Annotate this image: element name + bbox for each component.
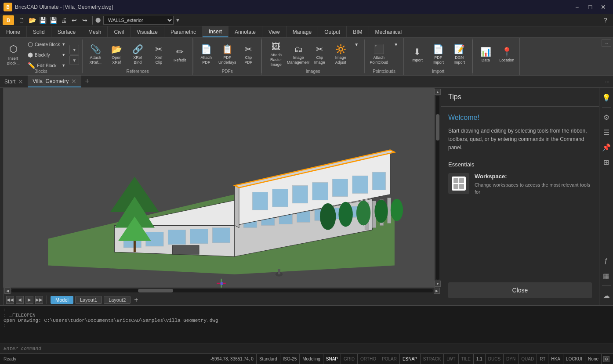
status-esnap[interactable]: ESNAP: [400, 354, 421, 364]
dgn-import-button[interactable]: 📝 DGNImport: [449, 40, 469, 69]
sidebar-function-icon[interactable]: ƒ: [600, 255, 613, 267]
image-management-button[interactable]: 🗂 ImageManagement: [288, 40, 308, 69]
tab-home[interactable]: Home: [0, 26, 27, 37]
tab-surface[interactable]: Surface: [51, 26, 82, 37]
viewport[interactable]: [4, 88, 435, 288]
layout-tab-layout2[interactable]: Layout2: [104, 296, 131, 304]
viewport-hscroll[interactable]: ◀ ▶: [4, 288, 441, 294]
layout-add-button[interactable]: +: [132, 296, 140, 304]
command-input[interactable]: [4, 346, 609, 351]
save-button[interactable]: 💾: [38, 15, 47, 25]
status-polar[interactable]: POLAR: [379, 354, 400, 364]
tab-civil[interactable]: Civil: [108, 26, 131, 37]
new-button[interactable]: 🗋: [17, 15, 26, 25]
tab-start-close[interactable]: ✕: [18, 79, 23, 85]
tab-overflow-button[interactable]: ···: [602, 76, 613, 87]
tips-close-button[interactable]: Close: [448, 282, 592, 298]
tab-villa-geometry[interactable]: Villa_Geometry ✕: [28, 76, 81, 87]
tab-solid[interactable]: Solid: [27, 26, 51, 37]
tab-villa-geometry-close[interactable]: ✕: [71, 78, 76, 84]
layer-dropdown-icon[interactable]: ▼: [175, 18, 180, 23]
status-rt[interactable]: RT: [537, 354, 548, 364]
pdf-import-button[interactable]: 📄 PDFImport: [428, 40, 448, 69]
edit-block-dropdown[interactable]: ▼: [62, 63, 65, 68]
hscroll-left[interactable]: ◀: [4, 288, 11, 294]
tab-start[interactable]: Start ✕: [0, 76, 28, 87]
status-ortho[interactable]: ORTHO: [358, 354, 379, 364]
sidebar-table-icon[interactable]: ▦: [600, 270, 613, 282]
blockify-dropdown[interactable]: ▼: [62, 53, 65, 57]
tab-mechanical[interactable]: Mechanical: [369, 26, 409, 37]
status-quad[interactable]: QUAD: [519, 354, 537, 364]
attach-pdf-button[interactable]: 📄 AttachPDF: [196, 40, 216, 69]
maximize-button[interactable]: □: [584, 2, 596, 12]
tab-annotate[interactable]: Annotate: [229, 26, 262, 37]
vscroll-up[interactable]: ▲: [435, 89, 441, 95]
close-button[interactable]: ✕: [597, 2, 609, 12]
vscroll-thumb[interactable]: [436, 114, 439, 141]
refedit-button[interactable]: ✏ Refedit: [170, 40, 190, 69]
layout-nav-first[interactable]: ◀◀: [6, 296, 14, 304]
help-button[interactable]: ?: [601, 15, 610, 25]
layout-nav-next[interactable]: ▶: [25, 296, 33, 304]
status-ducs[interactable]: DUCS: [486, 354, 504, 364]
tab-mesh[interactable]: Mesh: [82, 26, 108, 37]
attach-xref-button[interactable]: 📎 AttachXRef...: [85, 40, 105, 69]
status-tile[interactable]: TILE: [459, 354, 474, 364]
print-button[interactable]: 🖨: [59, 15, 69, 25]
vscroll-down[interactable]: ▼: [435, 281, 441, 287]
layout-nav-prev[interactable]: ◀: [16, 296, 24, 304]
open-xref-button[interactable]: 📂 OpenXRef: [106, 40, 127, 69]
sidebar-layers-icon[interactable]: ☰: [600, 126, 613, 138]
blockify-button[interactable]: ⬢ Blockify ▼: [25, 50, 68, 60]
pdf-underlays-button[interactable]: 📋 PDFUnderlays: [217, 40, 237, 69]
saveas-button[interactable]: 💾: [48, 15, 58, 25]
blocks-more-btn1[interactable]: ▼: [69, 45, 79, 54]
tab-manage[interactable]: Manage: [287, 26, 318, 37]
minimize-button[interactable]: −: [571, 2, 583, 12]
tab-view[interactable]: View: [262, 26, 287, 37]
data-button[interactable]: 📊 Data: [475, 40, 496, 69]
xref-clip-button[interactable]: ✂ XrefClip: [149, 40, 169, 69]
clip-image-button[interactable]: ✂ ClipImage: [309, 40, 330, 69]
sidebar-settings-icon[interactable]: ⚙: [600, 111, 613, 123]
tab-add-button[interactable]: +: [81, 76, 93, 87]
pointclouds-more-button[interactable]: ▼: [391, 40, 401, 49]
status-none[interactable]: None: [585, 354, 602, 364]
sidebar-cloud-icon[interactable]: ☁: [600, 289, 613, 302]
insert-block-button[interactable]: ⬡ InsertBlock...: [3, 40, 24, 69]
redo-button[interactable]: ↪: [80, 15, 90, 25]
layout-tab-model[interactable]: Model: [51, 296, 73, 304]
ribbon-more-btn[interactable]: ···: [602, 40, 611, 47]
app-menu-button[interactable]: B: [3, 15, 14, 25]
tab-parametric[interactable]: Parametric: [164, 26, 203, 37]
sidebar-lightbulb-icon[interactable]: 💡: [600, 91, 613, 104]
undo-button[interactable]: ↩: [69, 15, 79, 25]
status-snap[interactable]: SNAP: [323, 354, 341, 364]
image-adjust-button[interactable]: 🔆 ImageAdjust: [330, 40, 351, 69]
tab-visualize[interactable]: Visualize: [131, 26, 164, 37]
tab-insert[interactable]: Insert: [203, 26, 229, 37]
status-grid[interactable]: GRID: [341, 354, 358, 364]
create-block-button[interactable]: ⬡ Create Block ▼: [25, 40, 68, 49]
layer-dropdown[interactable]: WALLS_exterior: [103, 16, 174, 25]
clip-pdf-button[interactable]: ✂ ClipPDF: [238, 40, 258, 69]
tab-output[interactable]: Output: [318, 26, 347, 37]
create-block-dropdown[interactable]: ▼: [62, 42, 65, 47]
status-lwt[interactable]: LWT: [444, 354, 458, 364]
status-hka[interactable]: HKA: [548, 354, 563, 364]
layout-tab-layout1[interactable]: Layout1: [75, 296, 102, 304]
open-button[interactable]: 📂: [27, 15, 37, 25]
hscroll-thumb[interactable]: [138, 289, 173, 292]
tab-bim[interactable]: BIM: [347, 26, 369, 37]
status-settings-btn[interactable]: ⚙: [603, 356, 609, 362]
location-button[interactable]: 📍 Location: [497, 40, 517, 69]
status-lockui[interactable]: LOCKUI: [563, 354, 585, 364]
images-more-button[interactable]: ▼: [352, 40, 361, 49]
xref-bind-button[interactable]: 🔗 XRefBind: [127, 40, 148, 69]
attach-pointcloud-button[interactable]: ⬛ AttachPointcloud: [367, 40, 390, 69]
import-button[interactable]: ⬇ Import: [407, 40, 427, 69]
sidebar-grid-icon[interactable]: ⊞: [600, 156, 613, 168]
status-dyn[interactable]: DYN: [504, 354, 519, 364]
status-strack[interactable]: STRACK: [421, 354, 444, 364]
